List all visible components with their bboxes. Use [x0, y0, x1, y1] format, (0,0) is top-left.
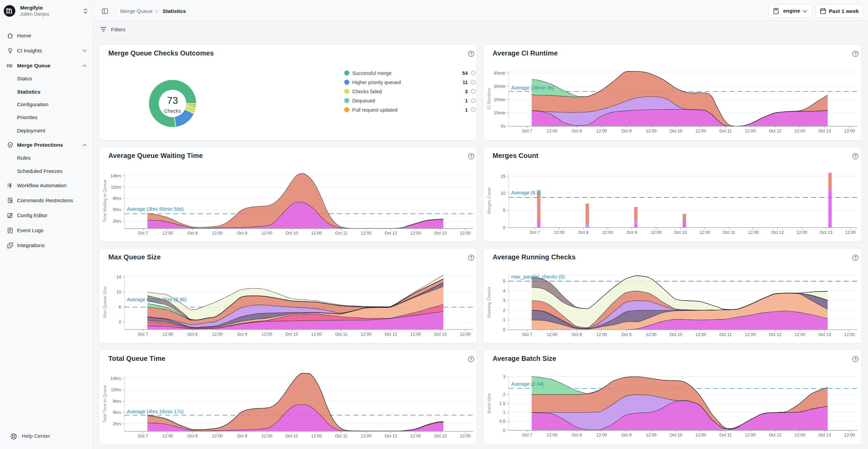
svg-text:14hrs: 14hrs — [110, 376, 121, 381]
svg-text:Average (4hrs 16min 17s): Average (4hrs 16min 17s) — [127, 409, 184, 414]
svg-text:12:00: 12:00 — [460, 332, 470, 337]
svg-text:Oct 13: Oct 13 — [434, 231, 447, 236]
svg-text:Oct 8: Oct 8 — [187, 434, 198, 438]
svg-text:1.5: 1.5 — [499, 401, 505, 406]
svg-text:Oct 7: Oct 7 — [522, 332, 532, 337]
svg-text:10: 10 — [117, 290, 121, 294]
svg-text:12:00: 12:00 — [262, 332, 272, 337]
svg-text:Oct 11: Oct 11 — [335, 231, 347, 236]
svg-text:Oct 8: Oct 8 — [578, 230, 589, 235]
svg-text:1: 1 — [465, 107, 468, 113]
svg-text:12:00: 12:00 — [695, 332, 706, 337]
svg-text:Oct 12: Oct 12 — [385, 332, 397, 337]
svg-text:Oct 12: Oct 12 — [385, 231, 397, 236]
svg-text:8hrs: 8hrs — [113, 399, 121, 404]
svg-text:2hrs: 2hrs — [113, 219, 121, 224]
svg-text:12:00: 12:00 — [596, 433, 607, 437]
svg-text:12:00: 12:00 — [745, 332, 756, 337]
svg-text:Average (3hrs 55min 59s): Average (3hrs 55min 59s) — [127, 206, 184, 212]
svg-text:12:00: 12:00 — [695, 433, 706, 437]
svg-text:Oct 10: Oct 10 — [670, 332, 682, 337]
svg-text:12:00: 12:00 — [596, 332, 607, 337]
svg-text:Running Checks: Running Checks — [487, 287, 492, 318]
svg-text:12:00: 12:00 — [695, 129, 706, 133]
svg-text:Oct 13: Oct 13 — [434, 434, 447, 438]
svg-text:i: i — [473, 90, 474, 93]
svg-text:Oct 10: Oct 10 — [674, 230, 687, 235]
svg-text:Oct 12: Oct 12 — [769, 433, 781, 437]
svg-text:12:00: 12:00 — [460, 434, 470, 438]
svg-text:12:00: 12:00 — [262, 434, 272, 438]
svg-text:Oct 7: Oct 7 — [138, 231, 148, 236]
svg-text:12:00: 12:00 — [361, 332, 371, 337]
svg-text:0: 0 — [503, 428, 506, 433]
svg-text:Oct 11: Oct 11 — [723, 230, 735, 235]
svg-text:Oct 7: Oct 7 — [138, 434, 148, 438]
svg-text:Oct 9: Oct 9 — [237, 434, 247, 438]
svg-text:Oct 9: Oct 9 — [621, 129, 632, 133]
svg-text:12:00: 12:00 — [162, 332, 173, 337]
svg-text:5hrs: 5hrs — [113, 207, 121, 212]
svg-text:12:00: 12:00 — [311, 332, 322, 337]
svg-text:12:00: 12:00 — [794, 332, 805, 337]
svg-text:12:00: 12:00 — [745, 433, 756, 437]
svg-text:Oct 8: Oct 8 — [187, 332, 198, 337]
svg-text:12:00: 12:00 — [844, 332, 855, 337]
svg-text:Oct 7: Oct 7 — [522, 433, 532, 437]
svg-text:0: 0 — [503, 327, 506, 332]
svg-text:10: 10 — [501, 191, 506, 196]
svg-text:10min: 10min — [494, 111, 505, 115]
svg-text:12:00: 12:00 — [745, 129, 756, 133]
svg-text:12:00: 12:00 — [311, 434, 322, 438]
svg-text:5: 5 — [503, 279, 506, 284]
svg-text:Oct 13: Oct 13 — [818, 332, 831, 337]
svg-text:2hrs: 2hrs — [113, 421, 121, 426]
svg-text:12:00: 12:00 — [646, 129, 656, 133]
svg-text:Oct 9: Oct 9 — [627, 230, 637, 235]
svg-text:Merges Count: Merges Count — [487, 187, 492, 214]
svg-text:2: 2 — [503, 392, 506, 397]
svg-text:5hrs: 5hrs — [113, 410, 121, 415]
svg-text:14: 14 — [117, 275, 121, 279]
svg-text:Oct 9: Oct 9 — [621, 433, 632, 437]
svg-text:12:00: 12:00 — [844, 433, 855, 437]
svg-text:12:00: 12:00 — [646, 433, 656, 437]
svg-text:5: 5 — [503, 208, 506, 213]
svg-text:8hrs: 8hrs — [113, 196, 121, 201]
svg-text:0: 0 — [503, 225, 506, 230]
svg-text:12:00: 12:00 — [410, 434, 421, 438]
svg-text:15: 15 — [501, 174, 506, 179]
svg-text:Oct 10: Oct 10 — [670, 129, 682, 133]
svg-text:12:00: 12:00 — [547, 129, 557, 133]
svg-text:Oct 10: Oct 10 — [285, 434, 298, 438]
svg-text:Time Waiting in Queue: Time Waiting in Queue — [103, 180, 107, 223]
svg-text:Oct 13: Oct 13 — [818, 129, 831, 133]
svg-text:Oct 8: Oct 8 — [187, 231, 198, 236]
svg-text:1: 1 — [465, 98, 468, 103]
svg-text:Oct 9: Oct 9 — [621, 332, 632, 337]
svg-text:Oct 10: Oct 10 — [670, 433, 682, 437]
svg-text:Oct 12: Oct 12 — [771, 230, 784, 235]
svg-text:12:00: 12:00 — [460, 231, 470, 236]
svg-text:Oct 13: Oct 13 — [434, 332, 447, 337]
svg-text:14hrs: 14hrs — [110, 174, 121, 178]
svg-text:Oct 9: Oct 9 — [237, 332, 247, 337]
svg-text:12:00: 12:00 — [844, 129, 855, 133]
svg-text:Checks failed: Checks failed — [352, 89, 382, 94]
svg-text:Oct 12: Oct 12 — [769, 129, 781, 133]
svg-text:2: 2 — [503, 308, 506, 313]
svg-text:Oct 11: Oct 11 — [719, 433, 732, 437]
svg-text:11hrs: 11hrs — [111, 387, 121, 392]
svg-text:0.5: 0.5 — [499, 419, 505, 424]
svg-text:54: 54 — [462, 70, 468, 76]
svg-text:12:00: 12:00 — [547, 433, 557, 437]
svg-text:12:00: 12:00 — [361, 231, 371, 236]
svg-text:Oct 8: Oct 8 — [572, 332, 582, 337]
svg-text:Total Time in Queue: Total Time in Queue — [103, 385, 107, 423]
svg-text:2: 2 — [119, 320, 121, 324]
svg-text:Oct 7: Oct 7 — [530, 230, 540, 235]
svg-text:Oct 7: Oct 7 — [138, 332, 148, 337]
svg-text:Pull request updated: Pull request updated — [352, 107, 398, 113]
svg-text:12:00: 12:00 — [212, 332, 222, 337]
svg-text:11: 11 — [463, 80, 468, 85]
